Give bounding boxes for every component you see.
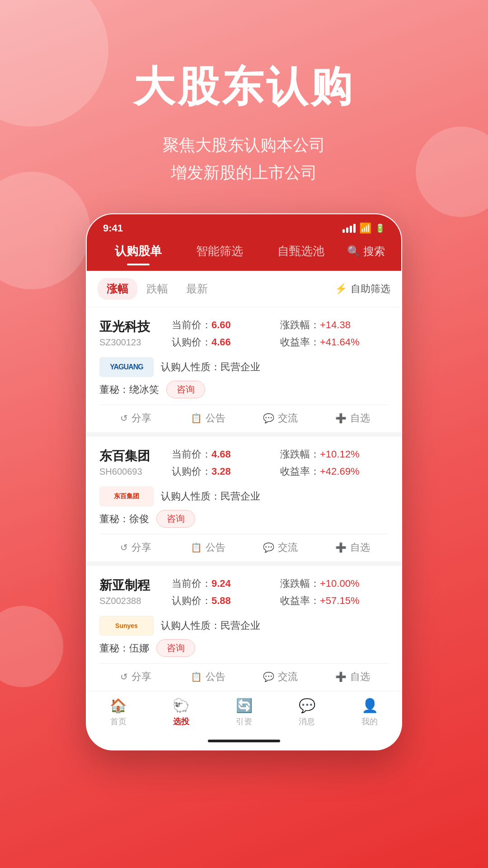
yield-label-2: 收益率：+57.15% [280,594,389,608]
bottom-nav-select[interactable]: 🐑 选投 [150,698,212,727]
stock-logo-1: 东百集团 [99,486,154,506]
share-icon-1: ↺ [120,542,128,553]
chat-icon-2: 💬 [263,671,274,682]
custom-filter-label: 自助筛选 [351,282,390,296]
chat-icon-0: 💬 [263,413,274,424]
select-icon: 🐑 [173,698,189,713]
watchlist-icon-1: ➕ [335,542,347,553]
announce-icon-2: 📋 [191,671,202,682]
filter-bar: 涨幅 跌幅 最新 ⚡ 自助筛选 [87,271,401,307]
invest-icon: 🔄 [236,698,253,713]
search-label: 搜索 [363,244,385,259]
yield-label-1: 收益率：+42.69% [280,465,389,478]
status-icons: 📶 🔋 [343,222,385,234]
bottom-nav-mine[interactable]: 👤 我的 [338,698,401,727]
stock-name-block-0: 亚光科技 SZ300123 [99,318,163,348]
tab-subscription[interactable]: 认购股单 [98,239,179,264]
filter-rise[interactable]: 涨幅 [98,278,137,300]
bottom-nav: 🏠 首页 🐑 选投 🔄 引资 💬 消息 👤 我的 [87,691,401,736]
hero-title: 大股东认购 [0,59,488,115]
home-icon: 🏠 [110,698,127,713]
current-price-label-1: 当前价：4.68 [172,448,280,461]
tab-pool[interactable]: 自甄选池 [260,239,342,264]
bottom-nav-invest[interactable]: 🔄 引资 [212,698,275,727]
action-watchlist-2[interactable]: ➕ 自选 [316,670,389,684]
stock-name-block-1: 东百集团 SH600693 [99,448,163,477]
stock-secretary-0: 董秘： 绕冰笑 咨询 [99,381,389,398]
announce-icon-1: 📋 [191,542,202,553]
status-bar: 9:41 📶 🔋 [87,214,401,239]
stock-header-2: 新亚制程 SZ002388 当前价：9.24 涨跌幅：+10.00% 认购价：5… [99,577,389,611]
filter-fall[interactable]: 跌幅 [137,278,177,300]
battery-icon: 🔋 [375,223,385,233]
hero-section: 大股东认购 聚焦大股东认购本公司 增发新股的上市公司 [0,0,488,213]
share-icon-2: ↺ [120,671,128,682]
change-label-1: 涨跌幅：+10.12% [280,448,389,461]
stock-header-1: 东百集团 SH600693 当前价：4.68 涨跌幅：+10.12% 认购价：3… [99,448,389,482]
action-chat-2[interactable]: 💬 交流 [244,670,316,684]
bottom-nav-message[interactable]: 💬 消息 [276,698,338,727]
bottom-nav-home[interactable]: 🏠 首页 [87,698,150,727]
home-bar [208,740,280,742]
watchlist-icon-0: ➕ [335,413,347,424]
stock-prices-1: 当前价：4.68 涨跌幅：+10.12% 认购价：3.28 收益率：+42.69… [172,448,389,482]
home-label: 首页 [110,716,127,727]
action-share-1[interactable]: ↺ 分享 [99,541,172,554]
action-chat-1[interactable]: 💬 交流 [244,541,316,554]
current-price-label-0: 当前价：6.60 [172,318,280,332]
nav-tabs: 认购股单 智能筛选 自甄选池 🔍 搜索 [87,239,401,271]
stock-secretary-1: 董秘： 徐俊 咨询 [99,510,389,528]
filter-icon: ⚡ [335,283,347,295]
consult-button-2[interactable]: 咨询 [156,639,195,657]
stock-name-1: 东百集团 [99,448,163,465]
mine-label: 我的 [361,716,378,727]
action-watchlist-1[interactable]: ➕ 自选 [316,541,389,554]
stock-logo-row-2: Sunyes 认购人性质：民营企业 [99,616,389,636]
phone-mockup-wrapper: 9:41 📶 🔋 认购股单 智能筛选 自甄选池 🔍 搜索 [0,213,488,750]
subscribe-price-label-2: 认购价：5.88 [172,594,280,608]
message-label: 消息 [299,716,315,727]
invest-label: 引资 [236,716,252,727]
action-share-2[interactable]: ↺ 分享 [99,670,172,684]
hero-subtitle-line1: 聚焦大股东认购本公司 [0,131,488,159]
action-share-0[interactable]: ↺ 分享 [99,411,172,425]
stock-name-0: 亚光科技 [99,318,163,335]
action-announce-0[interactable]: 📋 公告 [172,411,244,425]
stock-nature-1: 认购人性质：民营企业 [161,490,260,503]
stock-card-2: 新亚制程 SZ002388 当前价：9.24 涨跌幅：+10.00% 认购价：5… [87,566,401,691]
custom-filter-button[interactable]: ⚡ 自助筛选 [335,282,390,296]
status-time: 9:41 [103,222,123,234]
watchlist-icon-2: ➕ [335,671,347,682]
subscribe-price-label-1: 认购价：3.28 [172,465,280,478]
hero-subtitle: 聚焦大股东认购本公司 增发新股的上市公司 [0,131,488,186]
search-icon: 🔍 [347,245,361,258]
stock-logo-row-1: 东百集团 认购人性质：民营企业 [99,486,389,506]
action-chat-0[interactable]: 💬 交流 [244,411,316,425]
change-label-2: 涨跌幅：+10.00% [280,577,389,590]
stock-secretary-2: 董秘： 伍娜 咨询 [99,639,389,657]
announce-icon-0: 📋 [191,413,202,424]
search-button[interactable]: 🔍 搜索 [342,241,390,262]
action-watchlist-0[interactable]: ➕ 自选 [316,411,389,425]
subscribe-price-label-0: 认购价：4.66 [172,335,280,349]
stock-card-1: 东百集团 SH600693 当前价：4.68 涨跌幅：+10.12% 认购价：3… [87,437,401,566]
action-announce-1[interactable]: 📋 公告 [172,541,244,554]
stock-name-block-2: 新亚制程 SZ002388 [99,577,163,606]
consult-button-1[interactable]: 咨询 [156,510,195,528]
action-announce-2[interactable]: 📋 公告 [172,670,244,684]
consult-button-0[interactable]: 咨询 [166,381,205,398]
stock-prices-0: 当前价：6.60 涨跌幅：+14.38 认购价：4.66 收益率：+41.64% [172,318,389,353]
chat-icon-1: 💬 [263,542,274,553]
wifi-icon: 📶 [359,222,371,234]
home-indicator [87,736,401,750]
stock-actions-2: ↺ 分享 📋 公告 💬 交流 ➕ 自选 [99,663,389,686]
filter-latest[interactable]: 最新 [177,278,217,300]
stock-header-0: 亚光科技 SZ300123 当前价：6.60 涨跌幅：+14.38 认购价：4.… [99,318,389,353]
tab-smart[interactable]: 智能筛选 [179,239,260,264]
stock-nature-0: 认购人性质：民营企业 [161,360,260,374]
signal-icon [343,224,356,233]
select-label: 选投 [173,716,189,727]
stock-logo-row-0: YAGUANG 认购人性质：民营企业 [99,357,389,377]
stock-nature-2: 认购人性质：民营企业 [161,619,260,632]
stock-logo-2: Sunyes [99,616,154,636]
